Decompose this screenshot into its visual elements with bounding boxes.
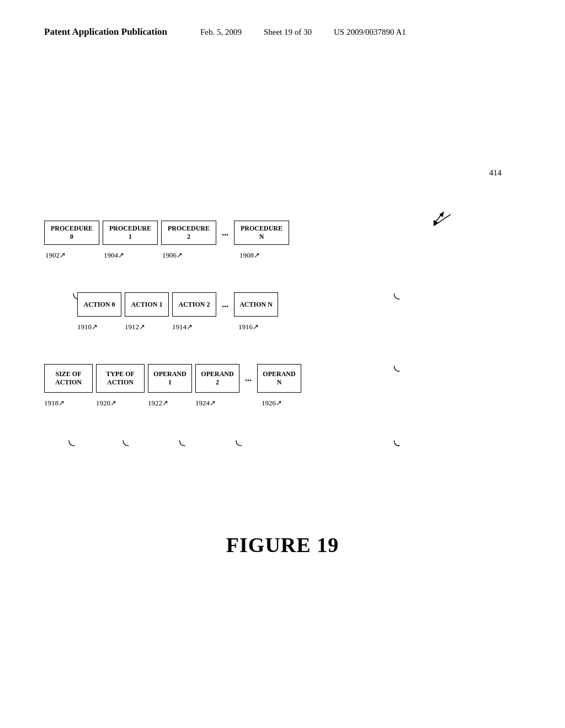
date-label: Feb. 5, 2009 xyxy=(200,28,242,37)
svg-line-0 xyxy=(434,215,451,226)
figure-label: FIGURE 19 xyxy=(0,533,565,557)
svg-marker-3 xyxy=(439,212,444,217)
patent-label: US 2009/0037890 A1 xyxy=(334,28,406,37)
procedure-row: PROCEDURE 0 PROCEDURE 1 PROCEDURE 2 ... … xyxy=(44,221,289,245)
action-ellipsis: ... xyxy=(220,299,231,309)
procedure-ellipsis: ... xyxy=(220,228,231,238)
ref-1916: 1916↗ xyxy=(238,323,282,331)
action-1-box: ACTION 1 xyxy=(125,292,169,317)
ref-1902: 1902↗ xyxy=(44,251,99,260)
procedure-1-box: PROCEDURE 1 xyxy=(103,221,158,245)
svg-line-2 xyxy=(434,212,444,224)
size-of-action-box: SIZE OFACTION xyxy=(44,364,93,393)
ref-1914: 1914↗ xyxy=(172,323,216,331)
procedure-0-box: PROCEDURE 0 xyxy=(44,221,99,245)
ref-1912: 1912↗ xyxy=(125,323,169,331)
fields-refs: 1918↗ 1920↗ 1922↗ 1924↗ 1926↗ xyxy=(44,399,306,408)
ref-1918: 1918↗ xyxy=(44,399,93,408)
procedure-refs: 1902↗ 1904↗ 1906↗ 1908↗ xyxy=(44,251,294,260)
ref-1908: 1908↗ xyxy=(238,251,294,260)
procedure-n-box: PROCEDURE N xyxy=(234,221,289,245)
fields-row: SIZE OFACTION TYPE OFACTION OPERAND 1 OP… xyxy=(44,364,301,393)
ref-414-label: 414 xyxy=(489,168,502,178)
ref-1910: 1910↗ xyxy=(77,323,121,331)
svg-marker-1 xyxy=(431,218,438,226)
type-of-action-box: TYPE OFACTION xyxy=(96,364,145,393)
publication-label: Patent Application Publication xyxy=(44,26,167,38)
ref-1924: 1924↗ xyxy=(195,399,239,408)
action-n-box: ACTION N xyxy=(234,292,278,317)
ref-1920: 1920↗ xyxy=(96,399,145,408)
operand-n-box: OPERAND N xyxy=(257,364,301,393)
sheet-label: Sheet 19 of 30 xyxy=(264,28,312,37)
diagram-area: 414 PROCEDURE 0 PROCEDURE 1 PROCEDURE 2 … xyxy=(44,165,532,563)
action-row: ACTION 0 ACTION 1 ACTION 2 ... ACTION N xyxy=(77,292,278,317)
ref-1904: 1904↗ xyxy=(103,251,158,260)
page-header: Patent Application Publication Feb. 5, 2… xyxy=(0,26,565,38)
operand-2-box: OPERAND 2 xyxy=(195,364,239,393)
action-2-box: ACTION 2 xyxy=(172,292,216,317)
operand-ellipsis: ... xyxy=(243,373,254,383)
action-0-box: ACTION 0 xyxy=(77,292,121,317)
action-refs: 1910↗ 1912↗ 1914↗ 1916↗ xyxy=(77,323,282,331)
ref-1926: 1926↗ xyxy=(262,399,306,408)
operand-1-box: OPERAND 1 xyxy=(148,364,192,393)
ref-1922: 1922↗ xyxy=(148,399,192,408)
procedure-2-box: PROCEDURE 2 xyxy=(161,221,216,245)
ref-1906: 1906↗ xyxy=(161,251,216,260)
